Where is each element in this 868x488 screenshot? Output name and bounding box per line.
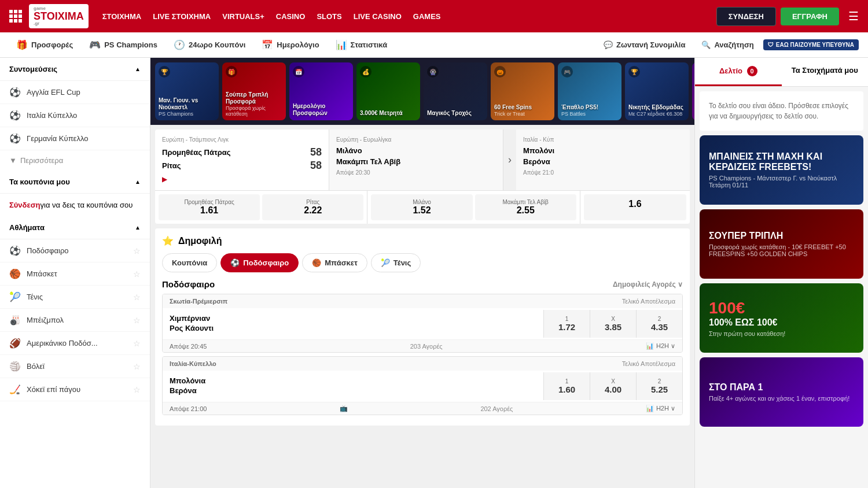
match-2-odds-x[interactable]: Χ 4.00: [590, 372, 636, 400]
match-2-odds-2[interactable]: 2 5.25: [636, 372, 682, 400]
more-shortcuts[interactable]: ▼ Περισσότερα: [0, 150, 150, 171]
sidebar-item-american[interactable]: 🏈 Αμερικάνικο Ποδόσ... ☆: [0, 332, 150, 355]
nav-statistika[interactable]: 📊 Στατιστικά: [329, 36, 395, 54]
odds-3-val: 1.6: [589, 199, 682, 209]
match-1-odds-2[interactable]: 2 4.35: [636, 310, 682, 338]
sidebar-item-volleyball[interactable]: 🎳 Μπέιζμπολ ☆: [0, 309, 150, 332]
live-scores-nav-arrow[interactable]: ›: [503, 130, 516, 190]
promo-card-1[interactable]: 🏆 Μαν. Γιουν. vs Νιούκαστλ PS Champions: [155, 62, 219, 120]
odds-2-team2-btn[interactable]: Μακάμπι Τελ Αβίβ 2.55: [475, 194, 576, 220]
live-chat-button[interactable]: 💬 Ζωντανή Συνομιλία: [597, 37, 692, 53]
volley-label: Βόλεϊ: [27, 362, 45, 371]
tab-coupons[interactable]: Κουπόνια: [162, 253, 217, 272]
sidebar-item-football[interactable]: ⚽ Ποδόσφαιρο ☆: [0, 239, 150, 263]
odds-3-btn[interactable]: 1.6: [584, 194, 686, 220]
match-2-odds-1-label: 1: [565, 378, 569, 385]
promo-card-2[interactable]: 🎁 Σούπερ Τριπλή Προσφορά Προσφορά χωρίς …: [222, 62, 286, 120]
promo-card-6[interactable]: 🎃 60 Free Spins Trick or Treat: [491, 62, 554, 120]
nav-stoixima[interactable]: ΣΤΟΙΧΗΜΑ: [102, 12, 142, 21]
live-score-card-3[interactable]: Ιταλία - Κύπ Μπολόνι Βερόνα Απόψε 21:0: [516, 130, 690, 190]
nav-slots[interactable]: SLOTS: [317, 12, 341, 21]
promo-card-2-label: Σούπερ Τριπλή Προσφορά: [226, 91, 282, 105]
sidebar-item-basketball[interactable]: 🏀 Μπάσκετ ☆: [0, 263, 150, 286]
sports-header[interactable]: Αθλήματα ▲: [0, 216, 150, 239]
promo-card-3[interactable]: 📅 Ημερολόγιο Προσφορών: [289, 62, 353, 120]
match-1-time: Απόψε 20:45: [170, 343, 207, 350]
register-button[interactable]: ΕΓΓΡΑΦΗ: [781, 8, 839, 25]
live-score-card-1[interactable]: Ευρώπη - Τσάμπιονς Λιγκ Προμηθέας Πάτρας…: [155, 130, 329, 190]
odds-2-team1-label: Μιλάνο: [376, 199, 468, 205]
odds-1-team1-btn[interactable]: Προμηθέας Πάτρας 1.61: [159, 194, 260, 220]
match-1-markets-link[interactable]: 203 Αγορές: [410, 343, 443, 350]
statistika-label: Στατιστικά: [351, 40, 388, 49]
responsible-gambling-badge[interactable]: 🛡 ΕΑΩ ΠΑΙΖΟΥΜΕ ΥΠΕΥΘΥΝΑ: [763, 39, 859, 50]
24wro-label: 24ωρο Κουπόνι: [189, 40, 245, 49]
match-2-markets-link[interactable]: 202 Αγορές: [480, 405, 513, 412]
site-logo[interactable]: game STOIXIMA .gr: [29, 4, 89, 28]
nav-virtuals[interactable]: VIRTUALS+: [222, 12, 264, 21]
popular-markets-btn[interactable]: Δημοφιλείς Αγορές ∨: [613, 280, 683, 289]
promo-banner-2[interactable]: ΣΟΥΠΕΡ ΤΡΙΠΛΗ Προσφορά χωρίς κατάθεση - …: [700, 209, 863, 279]
odds-2-team1-btn[interactable]: Μιλάνο 1.52: [371, 194, 472, 220]
american-fav-icon[interactable]: ☆: [133, 339, 141, 348]
odds-set-2: Μιλάνο 1.52 Μακάμπι Τελ Αβίβ 2.55: [367, 191, 580, 224]
nav-casino[interactable]: CASINO: [276, 12, 306, 21]
ps-champions-label: PS Champions: [104, 40, 157, 49]
sport-title-text: Ποδόσφαιρο: [162, 279, 215, 289]
betslip-empty-text: Το δελτίο σου είναι άδειο. Πρόσθεσε επιλ…: [709, 102, 848, 120]
center-content: 🏆 Μαν. Γιουν. vs Νιούκαστλ PS Champions …: [150, 58, 694, 488]
tab-basketball[interactable]: 🏀 Μπάσκετ: [302, 253, 367, 272]
live-odds-row: Προμηθέας Πάτρας 1.61 Ρίτας 2.22 Μιλάνο …: [155, 191, 690, 224]
promo-banner-4[interactable]: ΣΤΟ ΠΑΡΑ 1 Παίξε 4+ αγώνες και αν χάσεις…: [700, 357, 863, 427]
match-1-h2h[interactable]: H2H ∨: [656, 342, 675, 350]
promo-banner-1[interactable]: ΜΠΑΙΝΕΙΣ ΣΤΗ ΜΑΧΗ ΚΑΙ ΚΕΡΔΙΖΕΙΣ FREEBETS…: [700, 135, 863, 205]
responsible-icon: 🛡: [768, 42, 774, 48]
betslip-tab-2[interactable]: Τα Στοιχήματά μου: [782, 58, 869, 86]
betslip-badge: 0: [747, 66, 757, 76]
match-2-h2h[interactable]: H2H ∨: [656, 405, 675, 412]
odds-2-team2-label: Μακάμπι Τελ Αβίβ: [480, 199, 572, 205]
coupons-header[interactable]: Τα κουπόνια μου ▲: [0, 171, 150, 194]
sidebar-item-italia[interactable]: ⚽ Ιταλία Κύπελλο: [0, 104, 150, 127]
sidebar-item-germany[interactable]: ⚽ Γερμανία Κύπελλο: [0, 127, 150, 150]
tennis-fav-icon[interactable]: ☆: [133, 293, 141, 302]
promo-card-6-label: 60 Free Spins: [494, 104, 551, 111]
sidebar-item-tennis[interactable]: 🎾 Τένις ☆: [0, 286, 150, 309]
live-score-card-2[interactable]: Ευρώπη - Ευρωλίγκα Μιλάνο Μακάμπι Τελ Αβ…: [329, 130, 503, 190]
hamburger-icon[interactable]: ☰: [848, 9, 859, 23]
nav-24wro[interactable]: 🕐 24ωρο Κουπόνι: [167, 36, 252, 54]
promo-card-4[interactable]: 💰 3.000€ Μετρητά: [356, 62, 420, 120]
nav-live-casino[interactable]: LIVE CASINO: [354, 12, 402, 21]
promo-banner-3[interactable]: 100€ 100% ΕΩΣ 100€ Στην πρώτη σου κατάθε…: [700, 283, 863, 353]
match-1-odds-1[interactable]: 1 1.72: [543, 310, 590, 338]
hockey-fav-icon[interactable]: ☆: [133, 385, 141, 394]
basketball-fav-icon[interactable]: ☆: [133, 269, 141, 279]
grid-menu-icon[interactable]: [9, 10, 22, 23]
login-button[interactable]: ΣΥΝΔΕΣΗ: [716, 7, 776, 26]
search-button[interactable]: 🔍 Αναζήτηση: [694, 37, 760, 53]
tab-tennis[interactable]: 🎾 Τένις: [371, 253, 421, 272]
sidebar-item-volley[interactable]: 🏐 Βόλεϊ ☆: [0, 355, 150, 378]
promo-card-9[interactable]: 🎰 Pragmatic Buy Bonus: [692, 62, 694, 120]
football-fav-icon[interactable]: ☆: [133, 246, 141, 256]
sidebar-item-efl[interactable]: ⚽ Αγγλία EFL Cup: [0, 81, 150, 104]
match-2-odds-1[interactable]: 1 1.60: [543, 372, 590, 400]
promo-card-7[interactable]: 🎮 Έπαθλο PS5! PS Battles: [558, 62, 621, 120]
match-1-odds-x[interactable]: Χ 3.85: [590, 310, 636, 338]
odds-1-team2-btn[interactable]: Ρίτας 2.22: [262, 194, 363, 220]
volley-fav-icon[interactable]: ☆: [133, 362, 141, 371]
tab-football[interactable]: ⚽ Ποδόσφαιρο: [220, 253, 299, 272]
nav-games[interactable]: GAMES: [413, 12, 441, 21]
nav-live-stoixima[interactable]: LIVE ΣΤΟΙΧΗΜΑ: [153, 12, 211, 21]
promo-card-8[interactable]: 🏆 Νικητής Εβδομάδας Με C27 κέρδισε €6.30…: [625, 62, 689, 120]
sidebar-item-hockey[interactable]: 🏒 Χόκεϊ επί πάγου ☆: [0, 378, 150, 401]
imerologio-label: Ημερολόγιο: [277, 40, 319, 49]
nav-ps-champions[interactable]: 🎮 PS Champions: [82, 36, 164, 54]
nav-imerologio[interactable]: 📅 Ημερολόγιο: [255, 36, 326, 54]
coupons-login-link[interactable]: Σύνδεση: [9, 201, 41, 209]
shortcuts-header[interactable]: Συντομεύσεις ▲: [0, 58, 150, 81]
promo-card-5[interactable]: 🎡 Μαγικός Τροχός: [424, 62, 487, 120]
betslip-tab-1[interactable]: Δελτίο 0: [695, 58, 782, 86]
nav-prosfores[interactable]: 🎁 Προσφορές: [9, 36, 80, 54]
volleyball-fav-icon[interactable]: ☆: [133, 316, 141, 325]
